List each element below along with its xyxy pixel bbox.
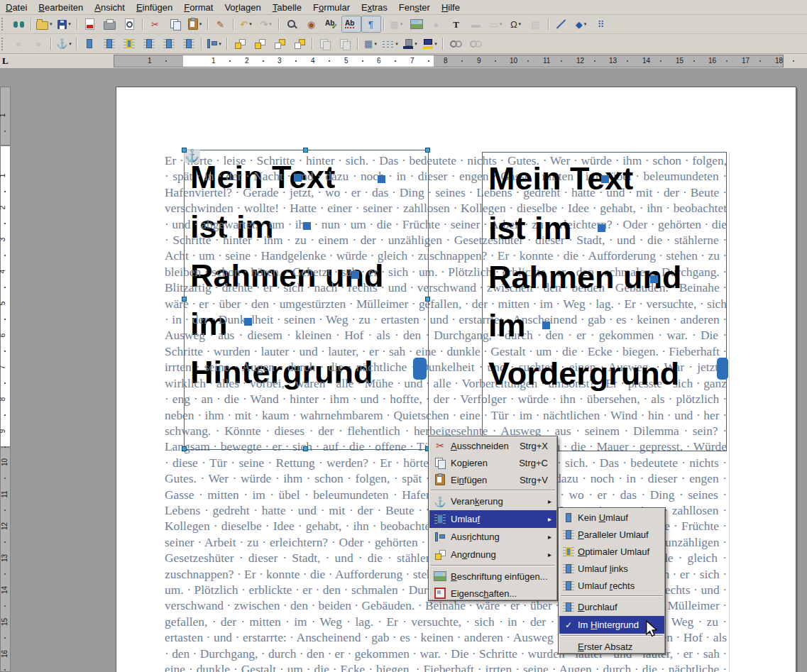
menu-item-anordnung[interactable]: Anordnung▸ (429, 546, 556, 563)
resize-handle[interactable] (425, 148, 430, 153)
menu-item-umlauf-rechts[interactable]: Umlauf rechts (559, 577, 664, 594)
insert-textbox-button[interactable]: T (446, 16, 466, 33)
menubar-item-vorlagen[interactable]: Vorlagen (219, 1, 266, 13)
dropdown-arrow-icon[interactable]: ▾ (415, 41, 417, 47)
vertical-ruler[interactable]: 112345678910111213141516 (0, 68, 11, 672)
menu-item-label: Kein Umlauf (578, 512, 628, 523)
dropdown-arrow-icon[interactable]: ▾ (374, 41, 377, 47)
auto-spellcheck-button[interactable] (341, 16, 361, 33)
menubar-item-datei[interactable]: Datei (0, 1, 33, 13)
dropdown-arrow-icon[interactable]: ▾ (519, 21, 522, 27)
menu-item-kopieren[interactable]: KopierenStrg+C (429, 454, 556, 471)
borders-button[interactable]: ▦▾ (361, 35, 380, 53)
print-preview-button[interactable] (120, 16, 140, 33)
spelling-button[interactable] (322, 16, 341, 33)
dropdown-arrow-icon[interactable]: ▾ (68, 21, 71, 27)
resize-handle[interactable] (182, 446, 187, 451)
navigator-button[interactable]: ◉ (302, 16, 322, 33)
find-replace-button[interactable] (282, 16, 302, 33)
border-style-button[interactable]: ▾ (380, 35, 400, 53)
menu-item-ausrichtung[interactable]: Ausrichtung▸ (429, 528, 556, 546)
menu-item-kein-umlauf[interactable]: Kein Umlauf (559, 509, 664, 526)
special-character-button[interactable]: Ω▾ (506, 16, 526, 33)
bring-forward-button[interactable] (250, 35, 270, 53)
wrap-right-button[interactable] (159, 35, 179, 53)
horizontal-ruler[interactable]: 1123456789101112131415161718 (114, 55, 784, 67)
menubar-item-hilfe[interactable]: Hilfe (436, 1, 466, 13)
send-backward-icon (275, 39, 285, 49)
insert-image-icon (410, 19, 423, 29)
menubar-item-ansicht[interactable]: Ansicht (89, 1, 131, 13)
dropdown-arrow-icon[interactable]: ▾ (199, 21, 202, 27)
copy-button[interactable] (165, 16, 185, 33)
wrap-through-button[interactable] (179, 35, 199, 53)
background-color-button[interactable]: ▾ (420, 35, 440, 53)
dropdown-arrow-icon[interactable]: ▾ (269, 21, 272, 27)
menu-item-eigenschaften[interactable]: Eigenschaften... (429, 585, 556, 602)
text-frame-foreground[interactable] (482, 152, 727, 451)
print-button[interactable] (100, 16, 120, 33)
menubar-item-format[interactable]: Format (178, 1, 219, 13)
dropdown-arrow-icon[interactable]: ▾ (395, 41, 398, 47)
paste-button[interactable]: ▾ (185, 16, 205, 33)
text-frame-background[interactable] (184, 150, 429, 450)
dropdown-arrow-icon[interactable]: ▾ (500, 21, 503, 27)
export-pdf-button[interactable] (80, 16, 100, 33)
find-button[interactable] (9, 16, 28, 33)
toolbar-grip[interactable] (1, 38, 6, 50)
link-frames-button[interactable] (446, 35, 466, 53)
dropdown-arrow-icon[interactable]: ▾ (400, 21, 403, 27)
wrap-left-button[interactable] (139, 35, 159, 53)
menubar-item-extras[interactable]: Extras (356, 1, 393, 13)
tab-stop-selector[interactable]: L (2, 55, 9, 67)
formatting-marks-button[interactable]: ¶ (361, 16, 381, 33)
insert-line-button[interactable] (551, 16, 571, 33)
wrap-none-button[interactable] (79, 35, 99, 53)
wrap-optimal-button[interactable] (119, 35, 139, 53)
toolbar-grip[interactable] (1, 18, 6, 31)
anchor-button[interactable]: ⚓▾ (54, 35, 74, 53)
send-backward-button[interactable] (270, 35, 290, 53)
menu-item-verankerung[interactable]: ⚓Verankerung▸ (429, 492, 556, 510)
undo-button[interactable]: ↶▾ (236, 16, 256, 33)
menu-item-ausschneiden[interactable]: ✂AusschneidenStrg+X (429, 437, 556, 454)
menu-item-durchlauf[interactable]: Durchlauf (559, 598, 664, 616)
menubar-item-bearbeiten[interactable]: Bearbeiten (33, 1, 89, 13)
send-to-back-button[interactable] (290, 35, 309, 53)
border-color-button[interactable]: ▾ (400, 35, 420, 53)
resize-handle[interactable] (303, 446, 308, 451)
bring-to-front-button[interactable] (230, 35, 250, 53)
dropdown-arrow-icon[interactable]: ▾ (219, 41, 221, 47)
menu-item-paralleler-umlauf[interactable]: Paralleler Umlauf (559, 526, 664, 543)
dropdown-arrow-icon[interactable]: ▾ (249, 21, 252, 27)
insert-image-button[interactable] (407, 16, 427, 33)
dropdown-arrow-icon[interactable]: ▾ (50, 21, 53, 27)
resize-handle[interactable] (182, 148, 187, 153)
save-button[interactable]: ▾ (55, 16, 75, 33)
space-mark (542, 321, 550, 329)
menubar-item-tabelle[interactable]: Tabelle (267, 1, 307, 13)
menubar-item-formular[interactable]: Formular (307, 1, 356, 13)
dropdown-arrow-icon[interactable]: ▾ (584, 21, 587, 27)
resize-handle[interactable] (425, 297, 430, 302)
basic-shapes-button[interactable]: ◆▾ (571, 16, 591, 33)
clone-formatting-button[interactable]: ✎ (211, 16, 231, 33)
dropdown-arrow-icon[interactable]: ▾ (434, 41, 437, 47)
open-button[interactable]: ▾ (34, 16, 55, 33)
menu-item-umlauf[interactable]: Umlauf▸ (429, 510, 556, 528)
link-frames-icon (450, 40, 462, 48)
menubar-item-fenster[interactable]: Fenster (393, 1, 436, 13)
wrap-parallel-button[interactable] (99, 35, 119, 53)
resize-handle[interactable] (303, 148, 308, 153)
menu-item-umlauf-links[interactable]: Umlauf links (559, 560, 664, 577)
insert-qrcode-button[interactable]: ⠿ (591, 16, 611, 33)
menu-item-beschriftung-einfuegen[interactable]: Beschriftung einfügen... (429, 568, 556, 585)
menu-item-erster-absatz[interactable]: Erster Absatz (559, 638, 664, 656)
menu-item-einfuegen[interactable]: EinfügenStrg+V (429, 471, 556, 488)
menubar-item-einfuegen[interactable]: Einfügen (131, 1, 178, 13)
alignment-button[interactable]: ▾ (204, 35, 224, 53)
cut-button[interactable]: ✂ (146, 16, 165, 33)
menu-item-optimaler-umlauf[interactable]: Optimaler Umlauf (559, 543, 664, 560)
resize-handle[interactable] (182, 297, 187, 302)
dropdown-arrow-icon[interactable]: ▾ (69, 41, 72, 47)
